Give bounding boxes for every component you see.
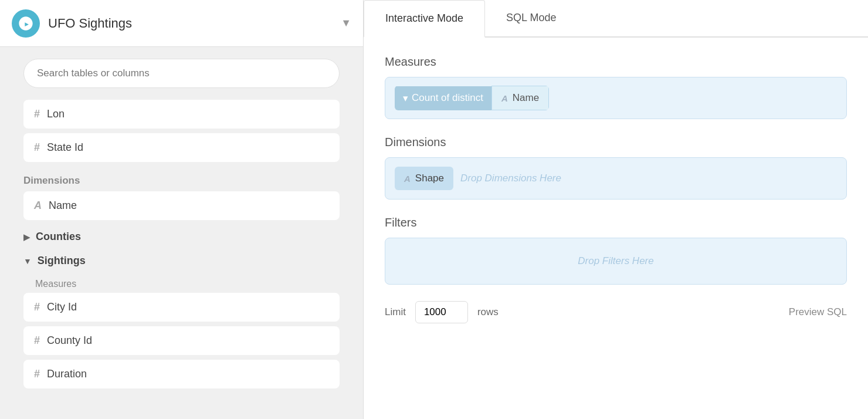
group-counties[interactable]: ▶ Counties [23, 225, 340, 249]
filters-drop-zone[interactable]: Drop Filters Here [385, 238, 847, 285]
measure-chip-left[interactable]: ▾ Count of distinct [395, 86, 491, 110]
dimensions-section-label: Dimensions [23, 167, 340, 191]
measure-chip-left-label: Count of distinct [412, 92, 483, 104]
field-state-id[interactable]: # State Id [23, 133, 340, 162]
rows-label: rows [477, 306, 499, 318]
hash-icon-city-id: # [34, 301, 40, 313]
header-chevron-icon[interactable]: ▼ [341, 17, 351, 29]
limit-row: Limit rows Preview SQL [385, 301, 847, 323]
dimension-chip-label: Shape [415, 173, 444, 184]
field-lon-label: Lon [47, 108, 65, 120]
right-content: Measures ▾ Count of distinct A Name Dime… [364, 38, 868, 419]
search-area [0, 47, 363, 100]
chevron-down-icon: ▼ [23, 256, 32, 266]
filters-title: Filters [385, 216, 847, 229]
group-counties-label: Counties [36, 231, 81, 243]
hash-icon-county-id: # [34, 334, 40, 347]
logo [12, 9, 40, 38]
search-input[interactable] [23, 59, 340, 88]
limit-label: Limit [385, 306, 406, 318]
measure-chip-chevron-icon: ▾ [403, 92, 408, 104]
field-name[interactable]: A Name [23, 191, 340, 220]
right-panel: Interactive Mode SQL Mode Measures ▾ Cou… [364, 0, 868, 419]
chevron-right-icon: ▶ [23, 232, 30, 242]
dimensions-drop-zone[interactable]: A Shape Drop Dimensions Here [385, 157, 847, 200]
sidebar-content: # Lon # State Id Dimensions A Name ▶ Cou… [0, 100, 363, 419]
measure-chip-right-label: Name [513, 92, 539, 104]
field-city-id-label: City Id [47, 301, 77, 313]
field-duration[interactable]: # Duration [23, 360, 340, 388]
sightings-measures-label: Measures [23, 273, 340, 293]
hash-icon-duration: # [34, 368, 40, 380]
field-name-label: Name [49, 200, 77, 212]
dimensions-drop-placeholder: Drop Dimensions Here [460, 173, 561, 184]
header: UFO Sightings ▼ [0, 0, 363, 47]
hash-icon-state-id: # [34, 141, 40, 154]
measure-chip[interactable]: ▾ Count of distinct A Name [395, 86, 549, 110]
filters-drop-placeholder: Drop Filters Here [578, 255, 653, 267]
field-county-id[interactable]: # County Id [23, 326, 340, 355]
group-sightings-label: Sightings [38, 255, 86, 267]
a-icon-shape: A [404, 174, 411, 184]
limit-input[interactable] [415, 301, 468, 323]
left-panel: UFO Sightings ▼ # Lon # State Id Dimensi… [0, 0, 364, 419]
tab-interactive-mode[interactable]: Interactive Mode [364, 0, 485, 38]
group-sightings[interactable]: ▼ Sightings [23, 249, 340, 273]
field-state-id-label: State Id [47, 141, 83, 154]
measure-chip-right[interactable]: A Name [491, 86, 549, 110]
field-lon[interactable]: # Lon [23, 100, 340, 129]
dimension-chip-shape[interactable]: A Shape [395, 167, 453, 190]
dimensions-title: Dimensions [385, 136, 847, 149]
tab-sql-mode[interactable]: SQL Mode [485, 0, 577, 38]
hash-icon-lon: # [34, 108, 40, 120]
preview-sql-button[interactable]: Preview SQL [789, 306, 847, 318]
measures-drop-zone[interactable]: ▾ Count of distinct A Name [385, 77, 847, 119]
app-title: UFO Sightings [48, 16, 333, 31]
tabs: Interactive Mode SQL Mode [364, 0, 868, 38]
field-duration-label: Duration [47, 368, 87, 380]
field-county-id-label: County Id [47, 334, 92, 347]
field-city-id[interactable]: # City Id [23, 293, 340, 322]
a-icon-name: A [34, 200, 42, 212]
a-icon-measure: A [501, 93, 508, 103]
measures-title: Measures [385, 55, 847, 69]
